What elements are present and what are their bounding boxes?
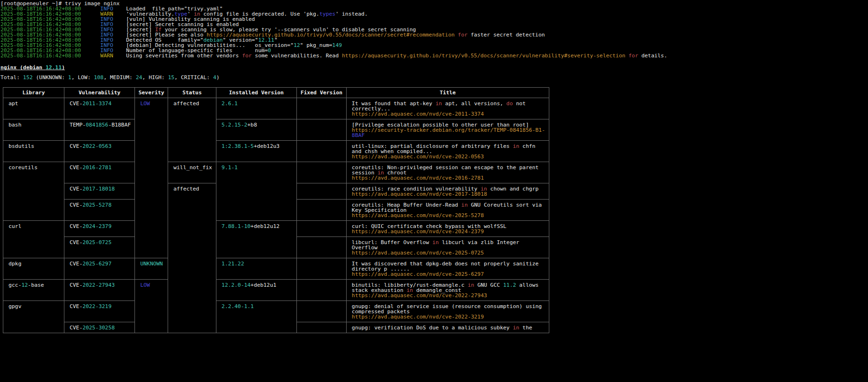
url-link[interactable]: https://avd.aquasec.com/nvd/cve-2017-180… (352, 191, 487, 197)
cell-installed-version: 1.21.22 (216, 258, 296, 280)
text-run: bash (9, 122, 21, 128)
text-run: CVE- (70, 282, 82, 288)
cell-title: util-linux: partial disclosure of arbitr… (346, 141, 549, 162)
text-run: gnupg: verification DoS due to a malicio… (352, 325, 513, 331)
text-run: coreutils (9, 164, 37, 171)
table-row: coreutilsCVE-2016-2781will_not_fix9.1-1c… (3, 162, 549, 183)
column-header-title: Title (346, 88, 549, 98)
url-link[interactable]: https://avd.aquasec.com/nvd/cve-2016-278… (352, 175, 484, 181)
cell-status: will_not_fix (168, 162, 216, 183)
cell-vulnerability: TEMP-0841856-B18BAF (64, 119, 135, 141)
cell-installed-version: 1:2.38.1-5+deb12u3 (216, 141, 296, 162)
text-run: 11.2 (503, 282, 516, 288)
table-header-row: LibraryVulnerabilitySeverityStatusInstal… (3, 88, 549, 98)
text-run: +deb12u1 (251, 282, 276, 288)
text-run: Total: (0, 74, 23, 81)
cell-fixed-version (296, 237, 346, 258)
text-run: CVE- (70, 239, 82, 246)
text-run: , CRITICAL: (174, 74, 213, 81)
text-run: +b8 (247, 122, 257, 128)
text-run: CVE- (70, 100, 82, 107)
text-run: 2022-0563 (82, 143, 111, 149)
table-body: aptCVE-2011-3374LOWaffected2.6.1It was f… (3, 98, 549, 333)
text-run: 12 (294, 42, 300, 48)
text-run: , LOW: (72, 74, 94, 81)
text-run: CVE- (70, 223, 82, 229)
cell-installed-version: 2.6.1 (216, 98, 296, 119)
text-run: 12.11 (45, 64, 62, 71)
text-run: 15 (168, 74, 175, 81)
url-link[interactable]: https://avd.aquasec.com/nvd/cve-2022-056… (352, 154, 484, 160)
text-run: for (628, 53, 638, 59)
table-row: bsdutilsCVE-2022-05631:2.38.1-5+deb12u3u… (3, 141, 549, 162)
cell-fixed-version (296, 183, 346, 200)
text-run: for (458, 32, 467, 38)
text-run: 12.2.0-14 (222, 282, 251, 288)
text-run: 4 (213, 74, 216, 81)
terminal-screen[interactable]: { "colors": { "background": "#000000", "… (0, 0, 868, 382)
cell-library: gpgv (3, 301, 64, 333)
table-row: dpkgCVE-2025-6297UNKNOWN1.21.22It was di… (3, 258, 549, 280)
cell-vulnerability: CVE-2025-30258 (64, 322, 135, 333)
cell-fixed-version (296, 221, 346, 237)
text-run: 152 (23, 74, 33, 81)
text-run: faster secret detection (467, 32, 545, 38)
cell-fixed-version (296, 119, 346, 141)
text-run: 0841856 (86, 122, 108, 128)
text-run: 2024-2379 (82, 223, 111, 229)
cell-status: affected (168, 98, 216, 162)
url-link[interactable]: https://security-tracker.debian.org/trac… (352, 127, 545, 133)
text-run: CVE- (70, 325, 82, 331)
cell-installed-version: 9.1-1 (216, 162, 296, 221)
text-run: 5.2.15-2 (222, 122, 247, 128)
text-run: UNKNOWN (140, 261, 163, 267)
text-run: 2.2.40-1.1 (222, 303, 254, 309)
cell-fixed-version (296, 301, 346, 322)
text-run: dpkg (9, 261, 21, 267)
cell-vulnerability: CVE-2022-3219 (64, 301, 135, 322)
url-link[interactable]: https://avd.aquasec.com/nvd/cve-2024-237… (352, 228, 484, 235)
column-header-fixed-version: Fixed Version (296, 88, 346, 98)
text-run: will_not_fix (173, 164, 212, 171)
text-run: the (519, 325, 532, 331)
text-run: in (461, 202, 468, 208)
text-run: 2025-0725 (82, 239, 111, 246)
cell-vulnerability: CVE-2025-6297 (64, 258, 135, 280)
text-run: +deb12u3 (254, 143, 279, 149)
text-run: chown and chgrp (487, 186, 539, 192)
url-link[interactable]: https://avd.aquasec.com/nvd/cve-2011-337… (352, 111, 484, 117)
cell-vulnerability: CVE-2022-27943 (64, 280, 135, 301)
cell-fixed-version (296, 98, 346, 119)
text-run: LOW (140, 282, 150, 288)
text-run: 1.21.22 (222, 261, 244, 267)
text-run: -base (28, 282, 44, 288)
url-link[interactable]: https://avd.aquasec.com/nvd/cve-2025-527… (352, 212, 484, 218)
vulnerability-table: LibraryVulnerabilitySeverityStatusInstal… (3, 87, 549, 333)
text-run: types (319, 11, 335, 17)
url-link[interactable]: https://avd.aquasec.com/nvd/cve-2022-279… (352, 292, 487, 299)
cell-installed-version: 2.2.40-1.1 (216, 301, 296, 333)
url-link[interactable]: https://avd.aquasec.com/nvd/cve-2022-321… (352, 314, 484, 320)
cell-severity: UNKNOWN (135, 258, 168, 280)
column-header-status: Status (168, 88, 216, 98)
text-run: 12 (21, 282, 28, 288)
text-run: 8BAF (352, 132, 365, 138)
cell-title: binutils: libiberty/rust-demangle.c in G… (346, 280, 549, 301)
text-run: details. (638, 53, 667, 59)
cell-title: gnupg: verification DoS due to a malicio… (346, 322, 549, 333)
text-run: 149 (332, 42, 342, 48)
column-header-severity: Severity (135, 88, 168, 98)
text-run: in (468, 282, 474, 288)
table-row: bashTEMP-0841856-B18BAF5.2.15-2+b8[Privi… (3, 119, 549, 141)
url-link[interactable]: https://avd.aquasec.com/nvd/cve-2025-629… (352, 271, 484, 277)
cell-library: bash (3, 119, 64, 141)
text-run: 1 (68, 74, 72, 81)
text-run: curl (9, 223, 21, 229)
text-run: for (242, 53, 251, 59)
cell-vulnerability: CVE-2024-2379 (64, 221, 135, 237)
cell-vulnerability: CVE-2022-0563 (64, 141, 135, 162)
cell-library: apt (3, 98, 64, 119)
url-link[interactable]: https://avd.aquasec.com/nvd/cve-2025-072… (352, 250, 484, 256)
text-run: 24 (136, 74, 143, 81)
url-link[interactable]: https://aquasecurity.github.io/trivy/v0.… (342, 53, 626, 59)
